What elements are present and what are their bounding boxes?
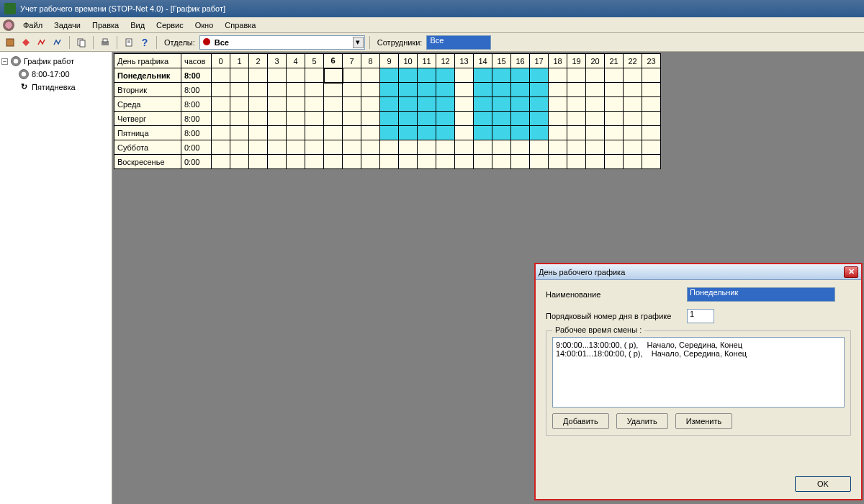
cell-hour[interactable]	[212, 83, 230, 97]
cell-hour[interactable]	[249, 126, 268, 140]
cell-hour[interactable]	[567, 112, 586, 126]
cell-hour[interactable]	[268, 97, 287, 112]
cell-hour[interactable]	[324, 126, 343, 140]
cell-hour[interactable]	[212, 68, 230, 83]
cell-hour[interactable]	[511, 155, 530, 169]
cell-hour[interactable]	[212, 140, 230, 155]
cell-hours[interactable]: 8:00	[181, 97, 212, 112]
shift-item[interactable]: 14:00:01...18:00:00, ( р), Начало, Серед…	[556, 349, 841, 358]
table-row[interactable]: Среда8:00	[114, 97, 661, 112]
cell-hour[interactable]	[530, 112, 549, 126]
tree-root[interactable]: − График работ	[1, 55, 110, 68]
cell-day[interactable]: Среда	[114, 97, 181, 112]
cell-hour[interactable]	[511, 112, 530, 126]
col-hour-6[interactable]: 6	[324, 54, 343, 68]
cell-hour[interactable]	[399, 126, 418, 140]
cell-hour[interactable]	[249, 140, 268, 155]
tb-btn-2[interactable]	[19, 35, 33, 50]
cell-hour[interactable]	[399, 155, 418, 169]
cell-hour[interactable]	[249, 155, 268, 169]
cell-hour[interactable]	[305, 126, 324, 140]
cell-hour[interactable]	[642, 126, 661, 140]
cell-hour[interactable]	[399, 83, 418, 97]
cell-hour[interactable]	[474, 97, 492, 112]
cell-hour[interactable]	[305, 83, 324, 97]
cell-hour[interactable]	[586, 112, 605, 126]
cell-hour[interactable]	[586, 140, 605, 155]
delete-button[interactable]: Удалить	[616, 413, 668, 429]
col-hours[interactable]: часов	[181, 54, 212, 68]
dept-combo[interactable]: Все ▾	[199, 35, 365, 50]
menu-help[interactable]: Справка	[219, 19, 261, 32]
cell-hour[interactable]	[287, 97, 305, 112]
cell-hour[interactable]	[212, 97, 230, 112]
cell-hour[interactable]	[586, 155, 605, 169]
cell-hour[interactable]	[249, 83, 268, 97]
cell-day[interactable]: Вторник	[114, 83, 181, 97]
cell-hour[interactable]	[343, 155, 361, 169]
cell-hour[interactable]	[380, 126, 399, 140]
cell-hour[interactable]	[492, 83, 511, 97]
cell-hour[interactable]	[230, 126, 249, 140]
tb-btn-5[interactable]	[74, 35, 89, 50]
cell-hour[interactable]	[361, 140, 380, 155]
cell-hour[interactable]	[549, 126, 567, 140]
cell-hour[interactable]	[418, 68, 436, 83]
tb-help-button[interactable]: ?	[138, 35, 152, 50]
add-button[interactable]: Добавить	[552, 413, 609, 429]
cell-hour[interactable]	[624, 112, 642, 126]
col-hour-17[interactable]: 17	[530, 54, 549, 68]
cell-hour[interactable]	[380, 112, 399, 126]
cell-hour[interactable]	[605, 126, 624, 140]
cell-hour[interactable]	[343, 126, 361, 140]
table-row[interactable]: Четверг8:00	[114, 112, 661, 126]
cell-hour[interactable]	[361, 155, 380, 169]
col-hour-15[interactable]: 15	[492, 54, 511, 68]
cell-hours[interactable]: 8:00	[181, 68, 212, 83]
table-row[interactable]: Понедельник8:00	[114, 68, 661, 83]
cell-hour[interactable]	[549, 68, 567, 83]
cell-hour[interactable]	[549, 97, 567, 112]
cell-hour[interactable]	[530, 97, 549, 112]
cell-hour[interactable]	[287, 155, 305, 169]
cell-hour[interactable]	[268, 155, 287, 169]
cell-hour[interactable]	[418, 112, 436, 126]
cell-hour[interactable]	[549, 83, 567, 97]
table-row[interactable]: Суббота0:00	[114, 140, 661, 155]
col-hour-16[interactable]: 16	[511, 54, 530, 68]
tb-btn-4[interactable]	[50, 35, 65, 50]
cell-hour[interactable]	[343, 97, 361, 112]
cell-hours[interactable]: 0:00	[181, 155, 212, 169]
cell-hour[interactable]	[212, 155, 230, 169]
cell-hour[interactable]	[249, 112, 268, 126]
col-hour-12[interactable]: 12	[436, 54, 455, 68]
cell-hour[interactable]	[249, 97, 268, 112]
cell-hours[interactable]: 8:00	[181, 83, 212, 97]
cell-hour[interactable]	[418, 126, 436, 140]
col-hour-21[interactable]: 21	[605, 54, 624, 68]
cell-hour[interactable]	[287, 126, 305, 140]
cell-hour[interactable]	[549, 140, 567, 155]
col-hour-18[interactable]: 18	[549, 54, 567, 68]
cell-hour[interactable]	[474, 112, 492, 126]
cell-hour[interactable]	[343, 112, 361, 126]
cell-hour[interactable]	[624, 155, 642, 169]
col-day[interactable]: День графика	[114, 54, 181, 68]
cell-hour[interactable]	[492, 112, 511, 126]
cell-hour[interactable]	[380, 68, 399, 83]
shift-list[interactable]: 9:00:00...13:00:00, ( р), Начало, Середи…	[552, 337, 845, 408]
cell-hour[interactable]	[455, 83, 474, 97]
cell-hour[interactable]	[418, 140, 436, 155]
menu-view[interactable]: Вид	[125, 19, 150, 32]
cell-hour[interactable]	[492, 140, 511, 155]
cell-hour[interactable]	[436, 68, 455, 83]
cell-hour[interactable]	[455, 68, 474, 83]
cell-hour[interactable]	[455, 155, 474, 169]
cell-hour[interactable]	[474, 126, 492, 140]
cell-hour[interactable]	[436, 155, 455, 169]
cell-hour[interactable]	[361, 126, 380, 140]
col-hour-1[interactable]: 1	[230, 54, 249, 68]
cell-hour[interactable]	[624, 83, 642, 97]
tb-btn-1[interactable]	[3, 35, 17, 50]
cell-hour[interactable]	[305, 140, 324, 155]
